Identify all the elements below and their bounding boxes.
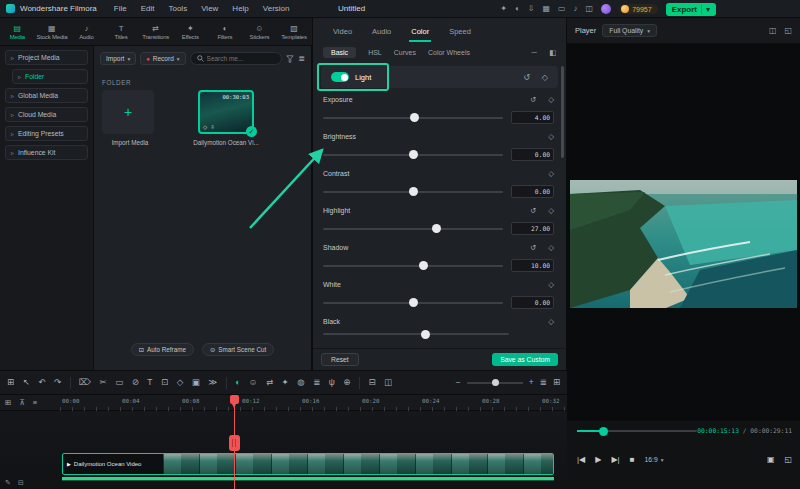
voiceover-icon[interactable]: ψ xyxy=(329,378,335,387)
coins-badge[interactable]: 79957 xyxy=(619,4,657,14)
slider-handle[interactable] xyxy=(421,330,430,339)
sidebar-item-folder[interactable]: ▹Folder xyxy=(12,69,88,84)
tab-speed[interactable]: Speed xyxy=(449,27,471,36)
slider-track[interactable] xyxy=(323,265,503,267)
prev-frame-icon[interactable]: |◀ xyxy=(577,455,585,464)
edit-tools-icon[interactable]: ✎ xyxy=(5,479,11,487)
layout-icon[interactable]: ◫ xyxy=(586,5,594,13)
search-box[interactable] xyxy=(190,52,283,65)
slider-track[interactable] xyxy=(323,154,503,156)
text-icon[interactable]: T xyxy=(147,378,152,387)
mobile-icon[interactable]: ▭ xyxy=(558,5,566,13)
zoom-slider[interactable] xyxy=(467,382,523,384)
audio-icon[interactable]: ♪ xyxy=(574,5,578,13)
tab-transitions[interactable]: ⇄Transitions xyxy=(138,24,173,40)
fullscreen-icon[interactable]: ◱ xyxy=(784,455,792,464)
keyframe-icon[interactable]: ◇ xyxy=(548,95,554,104)
playhead[interactable] xyxy=(234,395,235,489)
clip-filmstrip[interactable] xyxy=(163,454,553,474)
slider-track[interactable] xyxy=(323,191,503,193)
tab-stock-media[interactable]: ▦Stock Media xyxy=(35,24,70,40)
ripple-icon[interactable]: ≡ xyxy=(33,398,37,407)
menu-edit[interactable]: Edit xyxy=(141,4,155,13)
reset-icon[interactable]: ↺ xyxy=(530,95,536,104)
more-t0ols-icon[interactable]: ≫ xyxy=(208,378,217,387)
layout-icon[interactable]: ◫ xyxy=(384,378,392,387)
color-correction-icon[interactable]: ◐ xyxy=(235,378,240,387)
tab-effects[interactable]: ✦Effects xyxy=(173,24,208,40)
smart-scene-cut-button[interactable]: ⊙Smart Scene Cut xyxy=(202,343,274,356)
sticker-icon[interactable]: ☺ xyxy=(249,378,258,387)
crop-icon[interactable]: ▭ xyxy=(115,378,123,387)
redo-icon[interactable]: ↷ xyxy=(54,378,61,387)
audio-waveform-strip[interactable] xyxy=(62,477,554,480)
delete-icon[interactable]: ⌦ xyxy=(79,378,91,387)
seek-handle[interactable] xyxy=(599,427,608,436)
slider-value[interactable]: 10.00 xyxy=(511,259,554,272)
import-button[interactable]: Import▾ xyxy=(100,52,136,65)
collapse-icon[interactable]: ─ xyxy=(532,48,537,57)
snap-icon[interactable]: ⊼ xyxy=(19,398,25,407)
keyframe-icon[interactable]: ◇ xyxy=(177,378,184,387)
collapse-tracks-icon[interactable]: ⊟ xyxy=(18,479,24,487)
download-icon[interactable]: ⇩ xyxy=(528,5,535,13)
aspect-ratio-selector[interactable]: 16:9▾ xyxy=(644,456,663,463)
snapshot-icon[interactable]: ▣ xyxy=(767,455,775,464)
keyframe-icon[interactable]: ◇ xyxy=(542,73,548,82)
slider-track[interactable] xyxy=(323,333,509,335)
auto-reframe-button[interactable]: ⊡Auto Reframe xyxy=(131,343,194,356)
slider-track[interactable] xyxy=(323,302,503,304)
slider-handle[interactable] xyxy=(409,150,418,159)
reset-icon[interactable]: ↺ xyxy=(530,243,536,252)
keyframe-icon[interactable]: ◇ xyxy=(548,132,554,141)
slider-handle[interactable] xyxy=(432,224,441,233)
clip-thumbnail[interactable]: 00:30:03 ◇⇩ ✓ xyxy=(198,90,254,134)
keyframe-icon[interactable]: ◇ xyxy=(548,317,554,326)
detach-player-icon[interactable]: ◱ xyxy=(784,26,792,35)
undo-icon[interactable]: ↶ xyxy=(38,378,45,387)
subtab-basic[interactable]: Basic xyxy=(323,47,356,58)
track-height-icon[interactable]: ≣ xyxy=(540,378,547,387)
subtab-color-wheels[interactable]: Color Wheels xyxy=(428,49,470,56)
tab-templates[interactable]: ▧Templates xyxy=(277,24,312,40)
dock-icon[interactable]: ◧ xyxy=(549,48,556,57)
timeline-clip[interactable]: ▶ Dailymotion Ocean Video xyxy=(62,453,554,475)
theme-icon[interactable]: ◐ xyxy=(515,5,520,13)
tab-audio[interactable]: ♪Audio xyxy=(69,24,104,40)
playhead-grip[interactable] xyxy=(229,435,240,451)
record-button[interactable]: ●Record▾ xyxy=(140,52,185,65)
save-as-custom-button[interactable]: Save as Custom xyxy=(492,353,558,366)
sidebar-item-influence-kit[interactable]: ▹Influence Kit xyxy=(5,145,88,160)
pointer-icon[interactable]: ↖ xyxy=(23,378,30,387)
menu-view[interactable]: View xyxy=(201,4,218,13)
subtab-hsl[interactable]: HSL xyxy=(368,49,382,56)
reset-icon[interactable]: ↺ xyxy=(523,73,530,82)
keyframe-icon[interactable]: ◇ xyxy=(548,169,554,178)
marker-icon[interactable]: ⊕ xyxy=(343,378,350,387)
slider-value[interactable]: 0.00 xyxy=(511,296,554,309)
filter-funnel-icon[interactable] xyxy=(286,55,294,63)
light-toggle[interactable] xyxy=(331,72,349,82)
split-icon[interactable]: ✂ xyxy=(100,378,107,387)
sidebar-item-cloud-media[interactable]: ▹Cloud Media xyxy=(5,107,88,122)
slider-value[interactable]: 0.00 xyxy=(511,148,554,161)
tab-color[interactable]: Color xyxy=(411,27,429,36)
workspace-icon[interactable]: ▦ xyxy=(542,5,550,13)
speed-icon[interactable]: ⊘ xyxy=(132,378,139,387)
tab-audio[interactable]: Audio xyxy=(372,27,391,36)
add-media-icon[interactable]: ⊞ xyxy=(7,378,14,387)
slider-handle[interactable] xyxy=(409,298,418,307)
time-ruler[interactable]: 00:00 00:04 00:08 00:12 00:16 00:20 00:2… xyxy=(60,395,567,411)
quality-selector[interactable]: Full Quality ▾ xyxy=(602,24,657,37)
keyframe-icon[interactable]: ◇ xyxy=(548,243,554,252)
clip-tile[interactable]: 00:30:03 ◇⇩ ✓ Dailymotion Ocean Vi... xyxy=(198,90,254,146)
tab-filters[interactable]: ◐Filters xyxy=(208,24,243,40)
sidebar-item-global-media[interactable]: ▹Global Media xyxy=(5,88,88,103)
menu-help[interactable]: Help xyxy=(232,4,248,13)
menu-version[interactable]: Version xyxy=(263,4,290,13)
slider-handle[interactable] xyxy=(419,261,428,270)
slider-track[interactable] xyxy=(323,228,503,230)
import-media-tile[interactable]: + Import Media xyxy=(102,90,158,146)
slider-handle[interactable] xyxy=(409,187,418,196)
slider-handle[interactable] xyxy=(410,113,419,122)
